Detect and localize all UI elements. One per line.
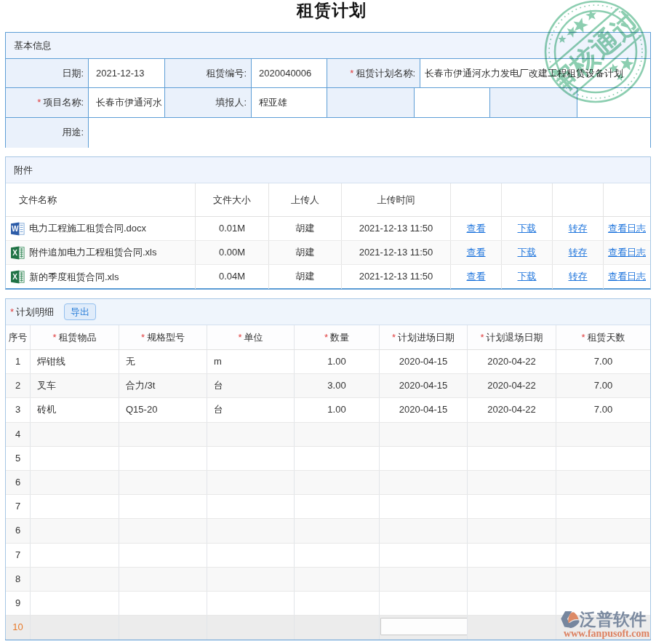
svg-text:W: W	[12, 225, 19, 233]
svg-text:X: X	[12, 273, 17, 281]
svg-text:X: X	[12, 249, 17, 257]
